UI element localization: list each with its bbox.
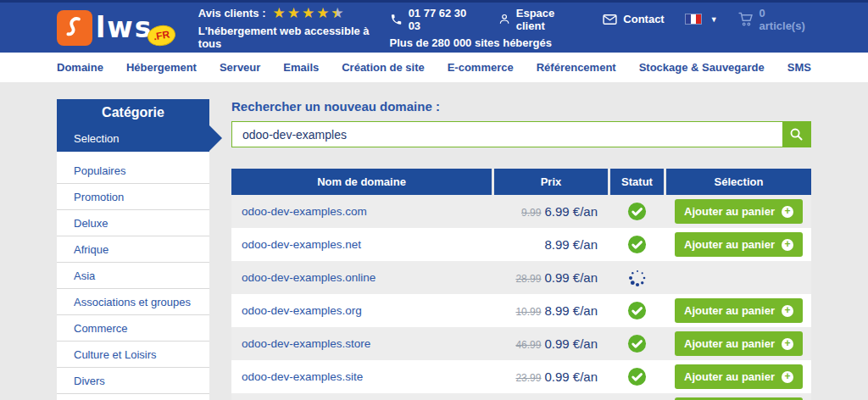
cart-button[interactable]: 0 article(s) <box>738 7 811 32</box>
star-icon: ★ <box>273 6 286 20</box>
client-area-link[interactable]: Espace client <box>498 7 583 32</box>
sidebar-item-asia[interactable]: Asia <box>57 263 209 289</box>
sidebar-item-deluxe[interactable]: Deluxe <box>57 210 209 236</box>
domain-name[interactable]: odoo-dev-examples.store <box>231 337 492 350</box>
status-cell <box>610 334 664 353</box>
nav-item-sms[interactable]: SMS <box>787 61 811 74</box>
price-cell: 9.996.99 €/an <box>494 204 608 219</box>
add-to-cart-label: Ajouter au panier <box>684 238 775 251</box>
selection-cell: Ajouter au panier+ <box>666 364 811 389</box>
domain-search-bar <box>231 121 811 147</box>
category-sidebar: Catégorie SelectionPopulairesPromotionDe… <box>57 99 209 400</box>
old-price: 28.99 <box>515 273 541 285</box>
old-price: 9.99 <box>521 207 541 219</box>
add-to-cart-label: Ajouter au panier <box>684 370 775 383</box>
domain-name[interactable]: odoo-dev-examples.org <box>231 304 492 317</box>
status-cell <box>610 268 664 288</box>
domain-table: Nom de domaine Prix Statut Sélection odo… <box>231 169 811 400</box>
star-icon: ★ <box>287 6 300 20</box>
search-button[interactable] <box>782 122 810 147</box>
reviews-label: Avis clients : <box>198 7 266 19</box>
add-to-cart-label: Ajouter au panier <box>684 205 775 218</box>
loading-spinner-icon <box>627 268 648 288</box>
lws-logo[interactable]: lws .FR <box>57 10 176 46</box>
old-price: 10.99 <box>515 306 541 318</box>
plus-icon: + <box>782 305 793 317</box>
sidebar-item-populaires[interactable]: Populaires <box>57 158 209 184</box>
flame-icon <box>62 15 87 41</box>
selection-cell: Ajouter au panier+ <box>666 331 811 356</box>
main-panel: Rechercher un nouveau domaine : Nom de d… <box>231 99 811 400</box>
nav-item-stockage-sauvegarde[interactable]: Stockage & Sauvegarde <box>639 61 765 74</box>
phone-number[interactable]: 01 77 62 30 03 <box>390 7 478 32</box>
status-cell <box>610 202 664 221</box>
add-to-cart-button[interactable]: Ajouter au panier+ <box>675 298 803 323</box>
nav-item-emails[interactable]: Emails <box>283 61 319 74</box>
add-to-cart-button[interactable]: Ajouter au panier+ <box>675 364 803 389</box>
sites-hosted-text: Plus de 280 000 sites hébergés <box>390 36 812 49</box>
nav-item-h-bergement[interactable]: Hébergement <box>126 61 197 74</box>
star-rating: ★★★★★★ <box>273 6 344 20</box>
nav-item-r-f-rencement[interactable]: Référencement <box>537 61 616 74</box>
column-header-selection: Sélection <box>666 169 811 195</box>
sidebar-item-selection[interactable]: Selection <box>57 125 209 152</box>
sidebar-item-culture-et-loisirs[interactable]: Culture et Loisirs <box>57 342 209 368</box>
available-check-icon <box>627 367 647 386</box>
price-cell: 46.990.99 €/an <box>494 336 608 352</box>
plus-icon: + <box>782 371 793 383</box>
nav-item-serveur[interactable]: Serveur <box>220 61 260 74</box>
sidebar-item-associations-et-groupes[interactable]: Associations et groupes <box>57 289 209 315</box>
current-price: 0.99 €/an <box>544 270 598 285</box>
logo-text: lws <box>96 11 153 44</box>
available-check-icon <box>627 301 647 320</box>
add-to-cart-button[interactable]: Ajouter au panier+ <box>675 331 803 356</box>
status-cell <box>610 367 664 386</box>
french-flag-icon <box>685 14 702 25</box>
main-nav: DomaineHébergementServeurEmailsCréation … <box>0 53 868 82</box>
contact-link[interactable]: Contact <box>603 13 664 25</box>
available-check-icon <box>627 235 647 254</box>
domain-table-body: odoo-dev-examples.com9.996.99 €/anAjoute… <box>231 195 811 400</box>
domain-table-header: Nom de domaine Prix Statut Sélection <box>231 169 811 195</box>
column-header-domain: Nom de domaine <box>231 169 492 195</box>
star-icon: ★★ <box>331 6 344 20</box>
user-icon <box>498 13 510 25</box>
plus-icon: + <box>782 206 793 218</box>
domain-search-input[interactable] <box>232 122 782 147</box>
category-list: SelectionPopulairesPromotionDeluxeAfriqu… <box>57 125 209 394</box>
sidebar-item-divers[interactable]: Divers <box>57 368 209 394</box>
nav-item-domaine[interactable]: Domaine <box>57 61 103 74</box>
current-price: 6.99 €/an <box>544 204 598 219</box>
language-selector[interactable]: ▼ <box>685 14 718 25</box>
current-price: 8.99 €/an <box>544 303 598 318</box>
contact-block: 01 77 62 30 03 Espace client Contact <box>390 7 812 49</box>
top-bar: lws .FR Avis clients : ★★★★★★ L'hébergem… <box>0 0 868 53</box>
domain-name[interactable]: odoo-dev-examples.online <box>231 271 492 284</box>
nav-item-e-commerce[interactable]: E-commerce <box>448 61 514 74</box>
nav-item-cr-ation-de-site[interactable]: Création de site <box>342 61 425 74</box>
price-cell: 8.99 €/an <box>494 237 608 253</box>
table-row: odoo-dev-examples.store46.990.99 €/anAjo… <box>231 327 811 360</box>
chevron-down-icon: ▼ <box>710 15 718 24</box>
sidebar-item-commerce[interactable]: Commerce <box>57 315 209 342</box>
reviews-block: Avis clients : ★★★★★★ L'hébergement web … <box>198 6 390 50</box>
column-header-status: Statut <box>610 169 664 195</box>
old-price: 23.99 <box>515 372 541 384</box>
tagline: L'hébergement web accessible à tous <box>198 25 390 50</box>
table-row: odoo-dev-examples.online28.990.99 €/an <box>231 261 811 294</box>
star-icon: ★ <box>302 6 314 20</box>
available-check-icon <box>627 202 647 221</box>
domain-name[interactable]: odoo-dev-examples.site <box>231 370 492 383</box>
page-content: Catégorie SelectionPopulairesPromotionDe… <box>0 82 868 400</box>
add-to-cart-label: Ajouter au panier <box>684 304 775 317</box>
column-header-price: Prix <box>494 169 608 195</box>
plus-icon: + <box>782 338 793 350</box>
add-to-cart-button[interactable]: Ajouter au panier+ <box>675 232 803 257</box>
domain-name[interactable]: odoo-dev-examples.net <box>231 238 492 251</box>
add-to-cart-button[interactable]: Ajouter au panier+ <box>675 199 803 224</box>
sidebar-item-afrique[interactable]: Afrique <box>57 236 209 263</box>
table-row: odoo-dev-examples.org10.998.99 €/anAjout… <box>231 294 811 327</box>
domain-name[interactable]: odoo-dev-examples.com <box>231 205 492 218</box>
phone-icon <box>390 13 403 26</box>
sidebar-item-promotion[interactable]: Promotion <box>57 184 209 210</box>
